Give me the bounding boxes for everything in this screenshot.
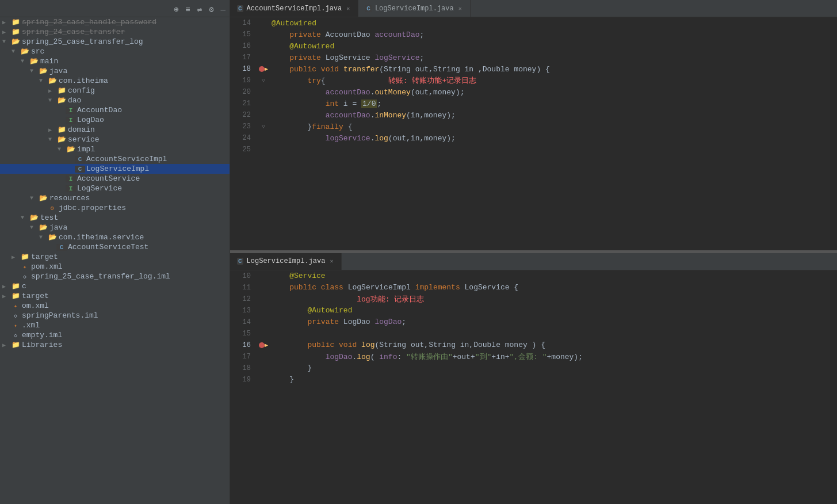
line-code: public class LogServiceImpl implements L…	[269, 282, 837, 293]
gutter-cell: ▽	[258, 121, 269, 132]
tree-item-target2[interactable]: ▶ 📁 target	[0, 291, 230, 301]
sync-icon[interactable]: ⇌	[196, 3, 204, 16]
line-code	[269, 144, 837, 155]
tree-label: impl	[76, 145, 230, 154]
minimize-icon[interactable]: —	[219, 4, 227, 16]
tree-item-service[interactable]: ▼ 📂 service	[0, 135, 230, 144]
iml-icon: ◇	[10, 332, 21, 339]
iml-icon: ◇	[10, 312, 21, 319]
folder-icon: 📁	[56, 125, 67, 134]
chevron-down-icon: ▼	[30, 224, 38, 231]
table-row: 23 ▽ }finally {	[230, 121, 837, 132]
line-number: 14	[230, 316, 258, 328]
tree-item-springParents-iml[interactable]: ◇ springParents.iml	[0, 311, 230, 320]
tree-item-java[interactable]: ▼ 📂 java	[0, 66, 230, 76]
table-row: 17 private LogService logService;	[230, 52, 837, 63]
line-number: 15	[230, 29, 258, 40]
tree-label: java	[48, 67, 230, 75]
tree-item-LogServiceImpl[interactable]: C LogServiceImpl	[0, 164, 230, 174]
tree-item-target[interactable]: ▶ 📁 target	[0, 252, 230, 262]
line-number: 23	[230, 121, 258, 132]
tree-item-spring25-iml[interactable]: ◇ spring_25_case_transfer_log.iml	[0, 272, 230, 281]
gutter-cell	[258, 293, 269, 305]
tree-label: LogService	[76, 184, 230, 193]
tree-item-AccountDao[interactable]: I AccountDao	[0, 105, 230, 115]
tree-item-AccountServiceImpl[interactable]: C AccountServiceImpl	[0, 154, 230, 164]
line-number: 20	[230, 86, 258, 98]
tree-item-pom-xml[interactable]: ✦ pom.xml	[0, 262, 230, 272]
tree-item-jdbc-properties[interactable]: ⚙ jdbc.properties	[0, 203, 230, 213]
tree-label: com.itheima.service	[58, 233, 230, 242]
folder-open-icon: 📂	[29, 213, 39, 222]
tree-item-LogDao[interactable]: I LogDao	[0, 115, 230, 125]
table-row: 18 ▶ public void transfer(String out,Str…	[230, 63, 837, 75]
gutter-cell	[258, 17, 269, 29]
tree-item-AccountService[interactable]: I AccountService	[0, 174, 230, 184]
tree-label: src	[30, 47, 230, 56]
settings-icon[interactable]: ⚙	[207, 3, 215, 16]
fold-icon: ▽	[262, 124, 265, 130]
tree-item-com-itheima[interactable]: ▼ 📂 com.itheima	[0, 76, 230, 86]
tree-item-domain[interactable]: ▶ 📁 domain	[0, 125, 230, 135]
tree-item-impl[interactable]: ▼ 📂 impl	[0, 144, 230, 154]
tab-close-button[interactable]: ✕	[328, 257, 334, 265]
table-row: 16 @Autowired	[230, 40, 837, 52]
tree-item-AccountServiceTest[interactable]: C AccountServiceTest	[0, 242, 230, 252]
tab-label: AccountServiceImpl.java	[247, 5, 342, 13]
gutter-cell	[258, 132, 269, 144]
tree-label: test	[39, 213, 230, 222]
tree-item-om-xml[interactable]: ✦ om.xml	[0, 301, 230, 311]
tree-item-resources[interactable]: ▼ 📂 resources	[0, 193, 230, 203]
gutter-cell	[258, 328, 269, 339]
folder-open-icon: 📂	[38, 194, 48, 203]
chevron-down-icon: ▼	[58, 146, 66, 152]
tree-item-config[interactable]: ▶ 📁 config	[0, 86, 230, 96]
line-code: try{ 转账: 转账功能+记录日志	[269, 75, 837, 86]
table-row: 15	[230, 328, 837, 339]
tree-item-java-test[interactable]: ▼ 📂 java	[0, 223, 230, 232]
folder-icon: 📁	[10, 18, 21, 26]
tab-close-button[interactable]: ✕	[345, 5, 351, 13]
gutter-cell	[258, 362, 269, 374]
tab-close-button[interactable]: ✕	[457, 5, 463, 13]
tree-item-c[interactable]: ▶ 📁 c	[0, 281, 230, 291]
tree-item-spring25[interactable]: ▼ 📂 spring_25_case_transfer_log	[0, 37, 230, 47]
fold-icon: ▽	[262, 78, 265, 84]
tree-label: target	[21, 292, 230, 300]
line-code: accountDao.outMoney(out,money);	[269, 86, 837, 98]
tree-item-spring23[interactable]: ▶ 📁 spring_23_case_handle_password	[0, 17, 230, 27]
tree-item-src[interactable]: ▼ 📂 src	[0, 47, 230, 56]
chevron-down-icon: ▼	[48, 136, 56, 143]
tab-icon: C	[237, 258, 243, 265]
list-icon[interactable]: ≡	[184, 4, 192, 16]
tree-item-test[interactable]: ▼ 📂 test	[0, 213, 230, 223]
tab-LogServiceImpl-top[interactable]: C LogServiceImpl.java ✕	[358, 0, 470, 17]
globe-icon[interactable]: ⊕	[172, 3, 180, 16]
tree-label: spring_25_case_transfer_log	[21, 37, 230, 46]
chevron-down-icon: ▼	[12, 48, 20, 55]
tab-AccountServiceImpl[interactable]: C AccountServiceImpl.java ✕	[230, 0, 358, 17]
sidebar: ⊕ ≡ ⇌ ⚙ — ▶ 📁 spring_23_case_handle_pass…	[0, 0, 230, 504]
line-number: 16	[230, 40, 258, 52]
table-row: 19 }	[230, 374, 837, 385]
xml-icon: ✦	[10, 303, 21, 310]
bottom-code-pane[interactable]: 10 @Service 11 public class LogServiceIm…	[230, 270, 837, 505]
line-number: 25	[230, 144, 258, 155]
folder-icon: 📁	[56, 86, 67, 95]
line-code: log功能: 记录日志	[269, 293, 837, 305]
folder-open-icon: 📂	[66, 145, 76, 154]
tree-item-com-itheima-service[interactable]: ▼ 📂 com.itheima.service	[0, 232, 230, 242]
tree-item-x-xml[interactable]: ✦ .xml	[0, 320, 230, 330]
table-row: 11 public class LogServiceImpl implement…	[230, 282, 837, 293]
table-row: 18 }	[230, 362, 837, 374]
tree-item-spring24[interactable]: ▶ 📁 spring_24_case_transfer	[0, 27, 230, 37]
gutter-cell	[258, 109, 269, 121]
line-code: private AccountDao accountDao;	[269, 29, 837, 40]
tree-item-main[interactable]: ▼ 📂 main	[0, 56, 230, 66]
top-code-pane[interactable]: 14 @Autowired 15 private AccountDao acco…	[230, 17, 837, 251]
tree-item-dao[interactable]: ▼ 📂 dao	[0, 96, 230, 105]
tree-item-LogService[interactable]: I LogService	[0, 184, 230, 193]
tree-item-libraries[interactable]: ▶ 📁 Libraries	[0, 340, 230, 350]
tab-LogServiceImpl-bot[interactable]: C LogServiceImpl.java ✕	[230, 253, 342, 270]
tree-item-empty-iml[interactable]: ◇ empty.iml	[0, 330, 230, 340]
